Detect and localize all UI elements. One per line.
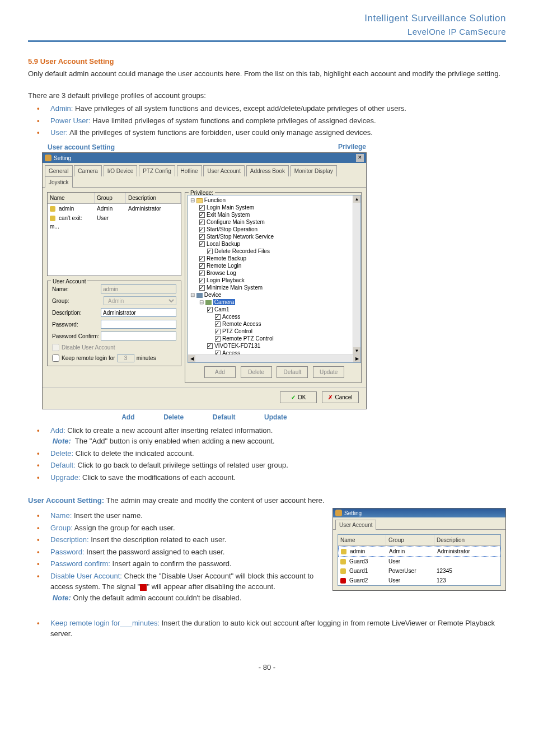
tree-node[interactable]: Remote PTZ Control	[190, 335, 360, 342]
inset-row[interactable]: admin Admin Administrator	[338, 546, 500, 557]
pwd-input[interactable]	[101, 320, 176, 329]
tab-ptz-config[interactable]: PTZ Config	[139, 165, 175, 176]
tree-node[interactable]: Start/Stop Network Service	[190, 233, 360, 240]
checkbox-icon[interactable]	[199, 270, 205, 276]
tab-user-account[interactable]: User Account	[203, 165, 244, 176]
tree-node[interactable]: Delete Recorded Files	[190, 248, 360, 255]
delete-button[interactable]: Delete	[241, 366, 272, 378]
group-select[interactable]: Admin	[104, 296, 176, 305]
desc-input[interactable]	[101, 308, 176, 317]
setting-dialog: Setting ✕ General Camera I/O Device PTZ …	[42, 152, 367, 409]
tree-node[interactable]: ⊟ Device	[190, 291, 360, 298]
keep-login-post: minutes	[137, 354, 156, 362]
tree-node[interactable]: PTZ Control	[190, 328, 360, 335]
tree-node[interactable]: VIVOTEK-FD7131	[190, 342, 360, 349]
tab-joystick[interactable]: Joystick	[45, 176, 73, 188]
checkbox-icon[interactable]	[199, 205, 205, 211]
tree-node[interactable]: Cam1	[190, 306, 360, 313]
tab-address-book[interactable]: Address Book	[246, 165, 289, 176]
inset-col-group[interactable]: Group	[386, 535, 434, 545]
figure-top-labels: User account Setting Privilege	[42, 142, 506, 153]
user-account-form: User Account Name: Group: Admin Descript…	[47, 281, 181, 366]
account-list[interactable]: Name Group Description admin Admin Admin…	[47, 192, 181, 276]
tree-node[interactable]: ⊟ Camera	[190, 298, 360, 306]
vscroll[interactable]	[353, 195, 360, 354]
default-button[interactable]: Default	[277, 366, 308, 378]
name-input[interactable]	[101, 284, 176, 293]
tab-general[interactable]: General	[45, 165, 73, 176]
checkbox-icon[interactable]	[199, 220, 205, 225]
disable-account-checkbox[interactable]	[52, 344, 59, 351]
hscroll[interactable]	[188, 354, 360, 362]
tree-node[interactable]: Login Playback	[190, 277, 360, 284]
checkbox-icon[interactable]	[207, 343, 213, 349]
checkbox-icon[interactable]	[215, 329, 221, 334]
user-icon	[341, 549, 346, 554]
user-icon	[50, 206, 55, 212]
tree-node[interactable]: Start/Stop Operation	[190, 226, 360, 233]
checkbox-icon[interactable]	[199, 212, 205, 218]
tree-node[interactable]: Remote Backup	[190, 255, 360, 262]
close-button[interactable]: ✕	[356, 154, 364, 162]
checkbox-icon[interactable]	[199, 263, 205, 269]
inset-col-desc[interactable]: Description	[434, 535, 500, 545]
tree-node[interactable]: Access	[190, 313, 360, 320]
checkbox-icon[interactable]	[215, 336, 221, 342]
col-desc[interactable]: Description	[126, 193, 181, 203]
tab-hotline[interactable]: Hotline	[177, 165, 202, 176]
privilege-panel: Privilege: ⊟ FunctionLogin Main SystemEx…	[185, 192, 362, 383]
field-pwd: Password:	[50, 548, 85, 556]
disable-account-row[interactable]: Disable User Account	[52, 343, 176, 352]
tree-node[interactable]: Remote Access	[190, 320, 360, 328]
inset-row[interactable]: Guard3 User	[338, 557, 500, 566]
checkbox-icon[interactable]	[199, 234, 205, 240]
checkbox-icon[interactable]	[199, 278, 205, 283]
group-user-label: User:	[50, 128, 68, 137]
callout-update: Update	[264, 412, 287, 422]
col-name[interactable]: Name	[48, 193, 95, 203]
checkbox-icon[interactable]	[215, 321, 221, 327]
checkbox-icon[interactable]	[199, 256, 205, 262]
pwdc-input[interactable]	[101, 332, 176, 340]
tab-monitor-display[interactable]: Monitor Display	[291, 165, 337, 176]
inset-row[interactable]: Guard2 User 123	[338, 576, 500, 585]
tree-node[interactable]: Configure Main System	[190, 218, 360, 226]
update-button[interactable]: Update	[313, 366, 344, 378]
inset-row[interactable]: Guard1 PowerUser 12345	[338, 566, 500, 576]
account-row[interactable]: can't exit: m... User	[48, 213, 181, 231]
tree-node[interactable]: ⊟ Function	[190, 197, 360, 204]
account-row[interactable]: admin Admin Administrator	[48, 204, 181, 213]
uas-heading: User Account Setting:	[28, 496, 104, 505]
checkbox-icon[interactable]	[199, 285, 205, 291]
checkbox-icon[interactable]	[199, 241, 205, 247]
checkbox-icon[interactable]	[215, 314, 221, 320]
pwd-label: Password:	[52, 320, 101, 329]
col-group[interactable]: Group	[95, 193, 126, 203]
callout-priv: Privilege	[338, 142, 366, 152]
keep-login-item: Keep remote login for___minutes: Insert …	[28, 618, 506, 640]
tree-node[interactable]: Local Backup	[190, 240, 360, 248]
checkbox-icon[interactable]	[207, 249, 213, 254]
tree-node[interactable]: Browse Log	[190, 269, 360, 277]
tree-node[interactable]: Remote Login	[190, 262, 360, 269]
figure-bottom-labels: Add Delete Default Update	[42, 412, 367, 423]
ok-button[interactable]: ✓OK	[280, 391, 317, 403]
keep-login-minutes[interactable]	[118, 354, 134, 362]
tab-camera[interactable]: Camera	[74, 165, 102, 176]
group-list: Admin: Have privileges of all system fun…	[28, 103, 506, 138]
inset-account-list[interactable]: Name Group Description admin Admin Admin…	[338, 534, 501, 586]
tree-node[interactable]: Login Main System	[190, 204, 360, 211]
cancel-button[interactable]: ✗Cancel	[322, 391, 359, 403]
add-button[interactable]: Add	[204, 366, 236, 378]
inset-col-name[interactable]: Name	[338, 535, 386, 545]
tree-node[interactable]: Exit Main System	[190, 211, 360, 218]
group-admin-label: Admin:	[50, 104, 73, 113]
tab-io-device[interactable]: I/O Device	[104, 165, 138, 176]
privilege-tree[interactable]: ⊟ FunctionLogin Main SystemExit Main Sys…	[188, 195, 361, 363]
keep-login-row[interactable]: Keep remote login for minutes	[52, 354, 176, 362]
checkbox-icon[interactable]	[199, 227, 205, 232]
inset-tab-user-account[interactable]: User Account	[335, 520, 376, 530]
keep-login-checkbox[interactable]	[52, 354, 59, 362]
tree-node[interactable]: Minimize Main System	[190, 284, 360, 291]
checkbox-icon[interactable]	[207, 307, 213, 312]
